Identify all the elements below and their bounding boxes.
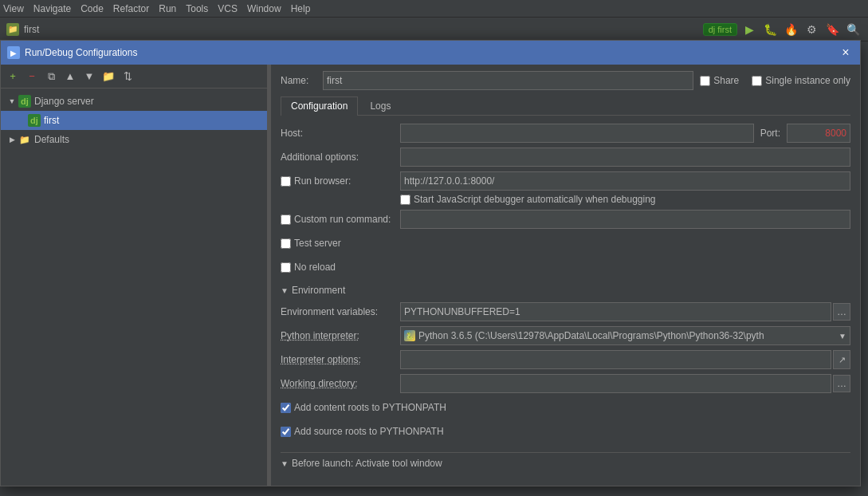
run-debug-dialog: ▶ Run/Debug Configurations × + − ⧉ ▲ ▼ 📁…	[0, 40, 861, 41]
dialog-title-bar: ▶ Run/Debug Configurations ×	[1, 41, 860, 41]
dialog-overlay: ▶ Run/Debug Configurations × + − ⧉ ▲ ▼ 📁…	[0, 0, 868, 41]
